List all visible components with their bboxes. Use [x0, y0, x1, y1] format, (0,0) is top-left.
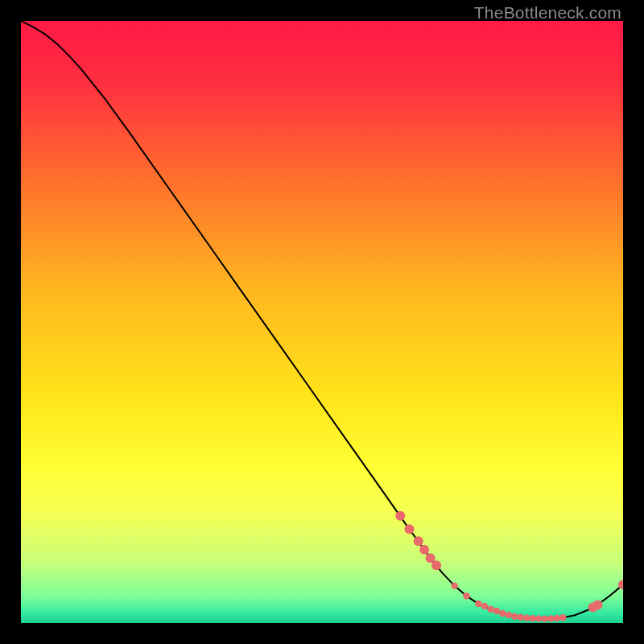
data-point: [481, 603, 488, 609]
data-point: [535, 615, 542, 621]
data-point: [559, 614, 566, 621]
data-point: [518, 614, 524, 621]
data-point: [404, 524, 414, 534]
data-point: [506, 612, 512, 618]
data-point: [414, 536, 423, 546]
chart-frame: TheBottleneck.com: [0, 0, 644, 644]
watermark-text: TheBottleneck.com: [474, 3, 621, 23]
data-point: [395, 511, 405, 521]
data-point: [542, 615, 548, 621]
data-point: [475, 601, 481, 607]
data-point: [431, 560, 441, 570]
gradient-background: [21, 21, 623, 623]
plot-area: [21, 21, 623, 623]
data-point: [530, 615, 536, 621]
data-point: [419, 545, 429, 555]
data-point: [511, 613, 518, 620]
data-point: [493, 608, 500, 614]
data-point: [593, 601, 603, 610]
data-point: [499, 610, 506, 617]
data-point: [487, 606, 493, 613]
data-point: [523, 614, 530, 621]
data-point: [554, 615, 560, 621]
data-point: [463, 592, 469, 599]
data-point: [451, 582, 457, 588]
data-point: [547, 615, 554, 621]
bottleneck-curve-chart: [21, 21, 623, 623]
